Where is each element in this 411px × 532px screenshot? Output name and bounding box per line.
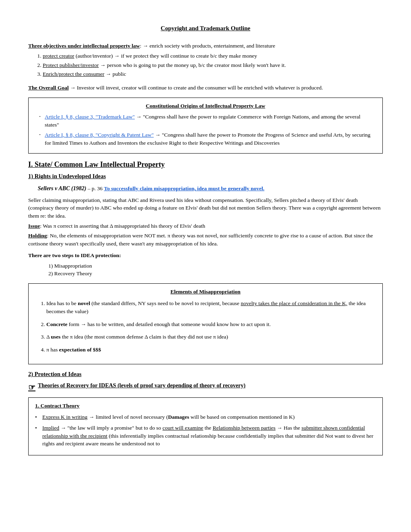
copyright-patent-law-link[interactable]: Article I, § 8, clause 8, "Copyright & P… [45, 132, 154, 138]
list-item: Enrich/protect the consumer → public [43, 70, 383, 78]
implied-arrow: → Has the [276, 425, 302, 431]
implied-label: Implied [42, 425, 59, 431]
objectives-intro: Three objectives under intellectual prop… [28, 42, 383, 50]
case-title: Sellers v ABC (1982) [38, 185, 86, 191]
constitutional-item-2: Article I, § 8, clause 8, "Copyright & P… [39, 131, 376, 147]
list-item-3-underline: Enrich/protect the consumer [43, 71, 104, 77]
theories-heading: ☞ Theories of Recovery for IDEAS (levels… [28, 382, 383, 393]
express-k-label: Express K in writing [42, 414, 87, 420]
contract-item-implied: Implied → "the law will imply a promise"… [35, 424, 376, 448]
two-steps-title: There are two steps to IDEA protection: [28, 251, 383, 260]
elements-box-title: Elements of Misappropriation [35, 288, 376, 296]
contract-list: Express K in writing → limited level of … [35, 413, 376, 448]
express-k-damages: Damages [168, 414, 189, 420]
implied-relationship: Relationship between parties [213, 425, 276, 431]
section1-subheading: 1) Rights in Undeveloped Ideas [28, 172, 383, 181]
page-title: Copyright and Trademark Outline [28, 24, 383, 33]
contract-box: 1. Contract Theory Express K in writing … [28, 397, 383, 455]
element-4-bold: expectation of $$$ [59, 347, 101, 353]
elements-list: Idea has to be novel (the standard diffe… [46, 299, 376, 353]
section2-heading: 2) Protection of Ideas [28, 370, 383, 378]
elements-box: Elements of Misappropriation Idea has to… [28, 283, 383, 364]
list-item-1-underline: protect creator [43, 53, 74, 59]
objectives-label: Three objectives under intellectual prop… [28, 43, 140, 49]
issue-text: : Was π correct in asserting that Δ misa… [40, 223, 205, 229]
express-k-rest2: will be based on compensation mentioned … [189, 414, 295, 420]
list-item: Protect publisher/investor → person who … [43, 61, 383, 69]
list-item-3-rest: → public [104, 71, 126, 77]
constitutional-box: Constitutional Origins of Intellectual P… [28, 98, 383, 154]
element-2-bold: Concrete [46, 321, 67, 327]
case-holding: Holding: No, the elements of misappropri… [28, 232, 383, 247]
holding-label: Holding [28, 233, 47, 239]
overall-goal-text: → Investor will invest, creator will con… [69, 85, 323, 91]
objectives-list: protect creator (author/inventor) → if w… [43, 52, 383, 78]
overall-goal-para: The Overall Goal → Investor will invest,… [28, 84, 383, 92]
element-3: Δ uses the π idea (the most common defen… [46, 333, 376, 341]
section1-heading: I. State/ Common Law Intellectual Proper… [28, 159, 383, 170]
implied-rest2: the [203, 425, 212, 431]
constitutional-list: Article I, § 8, clause 3, "Trademark Law… [39, 113, 376, 147]
two-steps-section: There are two steps to IDEA protection: … [28, 251, 383, 278]
constitutional-box-title: Constitutional Origins of Intellectual P… [35, 102, 376, 110]
implied-court-examine: court will examine [162, 425, 203, 431]
section2: 2) Protection of Ideas ☞ Theories of Rec… [28, 370, 383, 455]
contract-theory-title: 1. Contract Theory [35, 402, 376, 410]
list-item: protect creator (author/inventor) → if w… [43, 52, 383, 60]
objectives-section: Three objectives under intellectual prop… [28, 42, 383, 78]
list-item-2-rest: → person who is going to put the money u… [99, 62, 286, 68]
trademark-law-link[interactable]: Article I, § 8, clause 3, "Trademark Law… [45, 114, 135, 120]
element-2: Concrete form → has to be written, and d… [46, 320, 376, 328]
list-item-2-underline: Protect publisher/investor [43, 62, 99, 68]
issue-label: Issue [28, 223, 40, 229]
objectives-arrow: → [143, 43, 149, 49]
hand-icon: ☞ [28, 382, 35, 393]
two-steps-list: 1) Misappropriation 2) Recovery Theory [48, 262, 383, 278]
section1: I. State/ Common Law Intellectual Proper… [28, 159, 383, 364]
element-1-bold: novel [78, 300, 90, 306]
express-k-rest: → limited level of novel necessary ( [87, 414, 168, 420]
overall-goal-section: The Overall Goal → Investor will invest,… [28, 84, 383, 92]
case-page-ref: – p. 36 [87, 185, 104, 191]
case-header: Sellers v ABC (1982) – p. 36 To successf… [28, 185, 383, 193]
element-1: Idea has to be novel (the standard diffe… [46, 299, 376, 315]
objectives-text: enrich society with products, entertainm… [149, 43, 275, 49]
page-container: Copyright and Trademark Outline Three ob… [28, 24, 383, 455]
implied-rest1: → "the law will imply a promise" but to … [59, 425, 162, 431]
element-3-bold: uses [51, 334, 60, 340]
element-4: π has expectation of $$$ [46, 346, 376, 354]
contract-item-express: Express K in writing → limited level of … [35, 413, 376, 421]
overall-goal-label: The Overall Goal [28, 85, 69, 91]
case-link[interactable]: To successfully claim misappropriation, … [104, 185, 264, 191]
theories-heading-text: Theories of Recovery for IDEAS (levels o… [38, 382, 245, 390]
step-1: 1) Misappropriation [48, 262, 383, 270]
constitutional-item-1: Article I, § 8, clause 3, "Trademark Law… [39, 113, 376, 129]
case-body: Seller claiming misappropriation, statin… [28, 196, 383, 220]
holding-text: : No, the elements of misappropriation w… [28, 233, 373, 247]
element-1-underline: novelty takes the place of consideration… [241, 300, 347, 306]
case-issue: Issue: Was π correct in asserting that Δ… [28, 222, 383, 230]
step-2: 2) Recovery Theory [48, 270, 383, 278]
list-item-1-rest: (author/inventor) → if we protect they w… [74, 53, 257, 59]
